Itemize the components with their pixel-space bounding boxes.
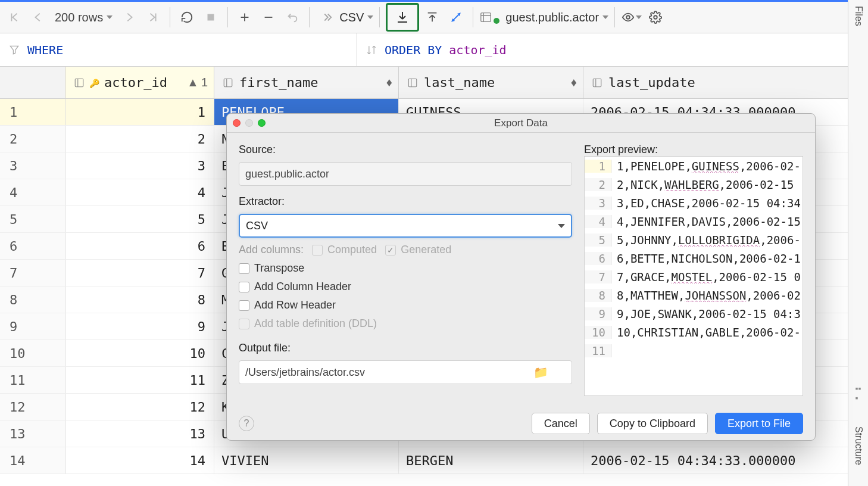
right-tool-tabs: Files ▪▪▪ Structure <box>848 0 868 486</box>
computed-checkbox: Computed <box>312 244 377 256</box>
structure-tab[interactable]: Structure <box>853 426 864 465</box>
cancel-button[interactable]: Cancel <box>532 413 590 434</box>
row-number: 4 <box>0 179 65 205</box>
generated-checkbox: ✓Generated <box>385 244 451 256</box>
extractor-select[interactable]: CSV <box>239 214 572 238</box>
cell-actor-id[interactable]: 3 <box>65 152 214 179</box>
cell-actor-id[interactable]: 2 <box>65 126 214 152</box>
cell-actor-id[interactable]: 9 <box>65 313 214 339</box>
cell-actor-id[interactable]: 8 <box>65 286 214 313</box>
add-row-icon[interactable] <box>234 5 255 29</box>
row-number: 13 <box>0 420 65 447</box>
rows-count[interactable]: 200 rows <box>51 11 116 24</box>
browse-folder-icon[interactable]: 📁 <box>530 365 552 379</box>
extractor-dropdown[interactable]: CSV <box>339 11 373 24</box>
next-page-icon[interactable] <box>118 5 140 29</box>
cell-first-name[interactable]: VIVIEN <box>214 447 399 473</box>
cell-actor-id[interactable]: 12 <box>65 394 214 420</box>
preview-label: Export preview: <box>584 144 803 156</box>
orderby-keyword: ORDER BY <box>385 43 442 57</box>
export-preview: 11,PENELOPE,GUINESS,2006-02-22,NICK,WAHL… <box>584 156 803 396</box>
primary-key-icon <box>90 76 99 89</box>
column-last-update[interactable]: last_update <box>583 67 868 98</box>
row-number: 8 <box>0 286 65 313</box>
row-number: 6 <box>0 233 65 259</box>
cell-actor-id[interactable]: 13 <box>65 420 214 447</box>
row-number: 1 <box>0 99 65 125</box>
row-number: 5 <box>0 206 65 232</box>
import-data-icon[interactable] <box>421 5 443 29</box>
structure-icon: ▪▪▪ <box>855 384 861 403</box>
where-clause[interactable]: WHERE <box>0 33 357 66</box>
compare-icon[interactable] <box>445 5 467 29</box>
extractor-label: Extractor: <box>239 195 572 208</box>
remove-row-icon[interactable] <box>258 5 279 29</box>
svg-rect-6 <box>408 79 417 87</box>
last-page-icon[interactable] <box>142 5 164 29</box>
cell-actor-id[interactable]: 11 <box>65 367 214 393</box>
more-icon[interactable] <box>316 5 337 29</box>
transpose-checkbox[interactable]: Transpose <box>239 262 572 275</box>
row-number: 3 <box>0 152 65 179</box>
revert-icon[interactable] <box>282 5 303 29</box>
row-number: 10 <box>0 340 65 366</box>
dialog-titlebar[interactable]: Export Data <box>227 114 815 133</box>
table-row[interactable]: 1414VIVIENBERGEN2006-02-15 04:34:33.0000… <box>0 447 868 474</box>
row-number: 2 <box>0 126 65 152</box>
cell-last-update[interactable]: 2006-02-15 04:34:33.000000 <box>583 447 868 473</box>
output-file-label: Output file: <box>239 342 572 354</box>
view-icon[interactable] <box>621 5 642 29</box>
svg-rect-0 <box>208 14 214 21</box>
row-number: 9 <box>0 313 65 339</box>
column-last-name[interactable]: last_name♦ <box>399 67 583 98</box>
svg-rect-1 <box>481 13 491 22</box>
connection-status-icon <box>494 18 499 24</box>
cell-actor-id[interactable]: 10 <box>65 340 214 366</box>
add-column-header-checkbox[interactable]: Add Column Header <box>239 281 572 293</box>
svg-rect-4 <box>75 79 83 87</box>
svg-rect-5 <box>224 79 232 87</box>
cell-actor-id[interactable]: 14 <box>65 447 214 473</box>
row-number: 7 <box>0 260 65 286</box>
filter-bar: WHERE ORDER BY actor_id ✕ <box>0 33 868 67</box>
where-keyword: WHERE <box>27 43 63 57</box>
orderby-column: actor_id <box>449 43 506 57</box>
first-page-icon[interactable] <box>4 5 25 29</box>
output-file-field[interactable]: /Users/jetbrains/actor.csv <box>239 360 572 384</box>
refresh-icon[interactable] <box>176 5 198 29</box>
filter-icon <box>8 44 20 56</box>
cell-actor-id[interactable]: 5 <box>65 206 214 232</box>
source-field: guest.public.actor <box>239 162 572 186</box>
copy-to-clipboard-button[interactable]: Copy to Clipboard <box>597 413 708 434</box>
svg-rect-7 <box>593 79 601 87</box>
help-icon[interactable]: ? <box>239 416 254 431</box>
column-first-name[interactable]: first_name♦ <box>214 67 399 98</box>
export-data-button[interactable] <box>386 3 419 32</box>
add-ddl-checkbox: Add table definition (DDL) <box>239 317 572 330</box>
table-column-header: actor_id ▲ 1 first_name♦ last_name♦ last… <box>0 67 868 99</box>
cell-actor-id[interactable]: 1 <box>65 99 214 125</box>
cell-last-name[interactable]: BERGEN <box>399 447 583 473</box>
files-tab[interactable]: Files <box>853 6 864 26</box>
row-number: 12 <box>0 394 65 420</box>
settings-icon[interactable] <box>645 5 666 29</box>
cell-actor-id[interactable]: 4 <box>65 179 214 205</box>
export-to-file-button[interactable]: Export to File <box>715 413 803 434</box>
svg-point-2 <box>626 15 630 19</box>
cell-actor-id[interactable]: 6 <box>65 233 214 259</box>
row-number: 11 <box>0 367 65 393</box>
orderby-clause[interactable]: ORDER BY actor_id ✕ <box>357 33 868 66</box>
datasource-selector[interactable]: guest.public.actor <box>479 11 608 24</box>
column-icon <box>73 77 86 88</box>
datasource-label: guest.public.actor <box>505 11 599 24</box>
add-columns-row: Add columns: Computed ✓Generated <box>239 244 572 256</box>
cell-actor-id[interactable]: 7 <box>65 260 214 286</box>
svg-point-3 <box>654 15 657 19</box>
prev-page-icon[interactable] <box>27 5 49 29</box>
source-label: Source: <box>239 144 572 156</box>
column-actor-id[interactable]: actor_id ▲ 1 <box>65 67 214 98</box>
add-row-header-checkbox[interactable]: Add Row Header <box>239 299 572 311</box>
export-data-dialog: Export Data Source: guest.public.actor E… <box>226 113 816 441</box>
sort-icon <box>366 44 377 56</box>
dialog-title: Export Data <box>227 117 815 129</box>
